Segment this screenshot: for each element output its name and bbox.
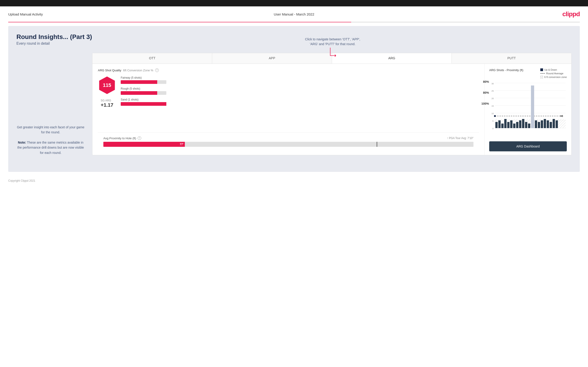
svg-rect-28 (513, 124, 515, 128)
annotation-box: Get greater insight into each facet of y… (17, 125, 85, 155)
tabs: OTT APP ARG PUTT (92, 53, 571, 64)
proximity-help-icon[interactable]: ? (138, 136, 141, 140)
svg-point-20 (494, 115, 496, 117)
bar-pct-rough: 80% (483, 91, 489, 94)
content-layout: Click to navigate between 'OTT', 'APP', … (17, 53, 571, 155)
help-icon[interactable]: ? (155, 68, 159, 72)
card-right-section: ARG Shots - Proximity (ft) Up & Down Rou… (485, 64, 571, 155)
svg-rect-30 (519, 120, 521, 128)
proximity-title: Avg Proximity to Hole (ft) (103, 137, 136, 140)
chart-area: 0 5 10 15 20 25 30 (489, 83, 567, 139)
bar-label-sand: Sand (1 shots) (121, 98, 479, 101)
svg-rect-39 (547, 120, 549, 128)
svg-rect-42 (556, 120, 558, 128)
left-panel: Get greater insight into each facet of y… (17, 53, 85, 155)
svg-rect-33 (528, 124, 530, 128)
legend-hatched-icon (540, 76, 543, 78)
bar-row-fairway: Fairway (5 shots) 80% (121, 76, 479, 84)
svg-rect-36 (538, 122, 540, 128)
bar-fill-sand (121, 102, 166, 106)
chart-title: ARG Shots - Proximity (ft) (489, 68, 523, 72)
card-left-section: ARG Shot Quality 6ft Conversion Zone % ? (92, 64, 485, 155)
page-title: Round Insights... (Part 3) (17, 33, 571, 41)
score-area: 115 SG ARG +1.17 (98, 76, 479, 109)
sg-area: SG ARG +1.17 (101, 99, 113, 108)
svg-text:25: 25 (492, 90, 494, 92)
svg-rect-38 (544, 119, 546, 128)
svg-text:30: 30 (492, 83, 494, 85)
prox-value: 77' (180, 143, 183, 146)
sg-label: SG ARG (101, 99, 113, 102)
tab-putt[interactable]: PUTT (452, 53, 571, 64)
legend-round-avg: Round Average (540, 72, 567, 75)
copyright: Copyright Clippd 2021 (8, 179, 35, 182)
svg-rect-40 (550, 122, 552, 128)
svg-text:20: 20 (492, 97, 494, 100)
legend-up-down: Up & Down (540, 68, 567, 71)
svg-text:0: 0 (493, 127, 493, 130)
bar-label-rough: Rough (5 shots) (121, 87, 479, 90)
proximity-header: Avg Proximity to Hole (ft) ? ↑ PGA Tour … (103, 136, 474, 140)
bar-pct-sand: 100% (481, 102, 489, 105)
bar-fill-fairway (121, 80, 157, 84)
section-header: ARG Shot Quality 6ft Conversion Zone % ? (98, 68, 479, 72)
legend-square-icon (540, 68, 543, 71)
svg-rect-34 (531, 85, 534, 128)
footer: Copyright Clippd 2021 (0, 175, 588, 186)
pga-label: ↑ PGA Tour Avg: 7'10" (447, 137, 474, 140)
upload-manual-activity-link[interactable]: Upload Manual Activity (8, 12, 43, 16)
section-sub: 6ft Conversion Zone % (123, 69, 153, 72)
note-label: Note: (18, 141, 26, 144)
bar-pct-fairway: 80% (483, 80, 489, 83)
svg-rect-25 (504, 119, 507, 128)
header-center-title: User Manual - March 2022 (274, 12, 314, 16)
bar-label-fairway: Fairway (5 shots) (121, 76, 479, 79)
arg-dashboard-button[interactable]: ARG Dashboard (489, 141, 567, 151)
svg-rect-29 (516, 122, 519, 128)
svg-text:10: 10 (492, 112, 494, 115)
hexagon-score-display: 115 (98, 76, 116, 94)
svg-rect-41 (553, 119, 555, 128)
svg-rect-26 (507, 122, 510, 128)
main-content: Round Insights... (Part 3) Every round i… (8, 26, 580, 172)
tab-app[interactable]: APP (212, 53, 332, 64)
proximity-chart: 0 5 10 15 20 25 30 (489, 83, 567, 130)
bar-track-sand (121, 102, 166, 106)
svg-text:15: 15 (492, 105, 494, 107)
clippd-logo: clippd (562, 10, 580, 18)
hexagon-wrap: 115 SG ARG +1.17 (98, 76, 116, 108)
section-title: ARG Shot Quality (98, 69, 121, 72)
bars-section: Fairway (5 shots) 80% (121, 76, 479, 109)
sg-value: +1.17 (101, 102, 113, 108)
bar-track-fairway (121, 80, 166, 84)
hex-number: 115 (103, 82, 111, 88)
legend-dashed-icon (540, 73, 545, 74)
tab-ott[interactable]: OTT (92, 53, 212, 64)
prox-bar-fill: 77' (103, 142, 185, 147)
bar-track-rough (121, 91, 166, 95)
card-body: ARG Shot Quality 6ft Conversion Zone % ? (92, 64, 571, 155)
svg-rect-23 (498, 120, 501, 128)
svg-rect-32 (525, 122, 527, 128)
svg-rect-37 (541, 120, 543, 128)
header-divider (8, 22, 580, 22)
bar-fill-rough (121, 91, 157, 95)
svg-rect-31 (522, 119, 524, 128)
tab-arg[interactable]: ARG (332, 53, 452, 64)
chart-header: ARG Shots - Proximity (ft) Up & Down Rou… (489, 68, 567, 78)
svg-rect-22 (495, 122, 498, 128)
svg-rect-35 (535, 120, 537, 128)
svg-rect-27 (510, 120, 512, 128)
bar-row-sand: Sand (1 shots) 100% (121, 98, 479, 106)
legend-6ft: 6 ft conversion zone (540, 76, 567, 78)
proximity-section: Avg Proximity to Hole (ft) ? ↑ PGA Tour … (98, 133, 479, 150)
bar-row-rough: Rough (5 shots) 80% (121, 87, 479, 95)
top-bar (0, 0, 588, 6)
legend-6ft-label: 6 ft conversion zone (545, 76, 567, 78)
proximity-title-wrap: Avg Proximity to Hole (ft) ? (103, 136, 141, 140)
chart-legend: Up & Down Round Average 6 ft conversion … (540, 68, 567, 78)
svg-rect-24 (501, 124, 504, 128)
header: Upload Manual Activity User Manual - Mar… (0, 6, 588, 22)
cursor-line (377, 142, 377, 147)
round-insights-card: OTT APP ARG PUTT ARG Shot Quality 6ft Co… (92, 53, 571, 155)
